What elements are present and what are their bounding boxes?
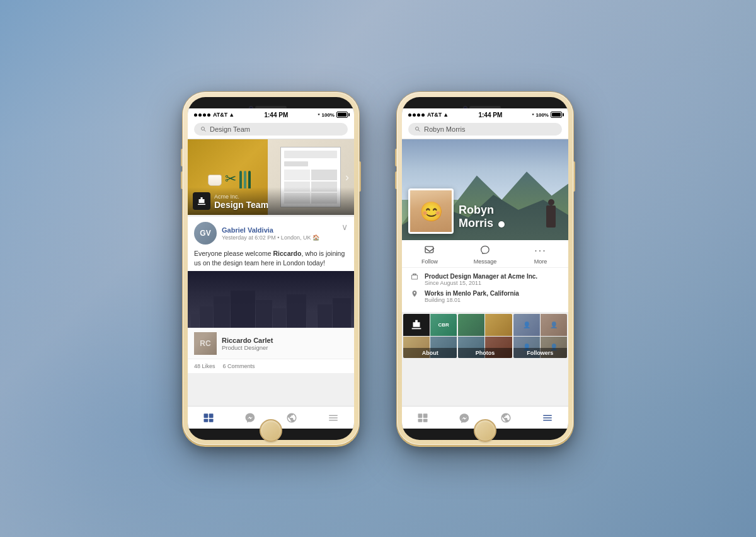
- location-text: Works in Menlo Park, California Building…: [425, 290, 519, 303]
- wifi-icon-right: ▲: [443, 112, 449, 118]
- group-chevron-right: ›: [345, 171, 349, 184]
- status-right-right: * 100%: [532, 112, 562, 118]
- group-subtitle: Acme Inc.: [214, 193, 268, 200]
- search-input-right[interactable]: Robyn Morris: [408, 123, 562, 136]
- home-button-left[interactable]: [260, 419, 282, 442]
- post-meta: Yesterday at 6:02 PM • London, UK 🏠: [222, 234, 319, 241]
- signal-dot-r2: [413, 113, 416, 117]
- search-bar-left[interactable]: Design Team: [188, 120, 354, 139]
- nav-messenger-left[interactable]: [244, 412, 256, 424]
- volume-down-button-right[interactable]: [395, 171, 397, 189]
- signal-dot-2: [198, 113, 202, 117]
- post-header: GV Gabriel Valdivia Yesterday at 6:02 PM…: [188, 217, 354, 248]
- post-username[interactable]: Gabriel Valdivia: [222, 226, 319, 234]
- job-since-text: Since August 15, 2011: [425, 280, 537, 286]
- coffee-decoration: [208, 175, 222, 186]
- more-icon: ···: [534, 245, 546, 257]
- pen-1: [239, 171, 242, 188]
- wifi-icon: ▲: [229, 112, 234, 118]
- person-name: Riccardo Carlet: [222, 337, 273, 344]
- nav-menu-right[interactable]: [541, 412, 554, 424]
- newsfeed-icon-left: [203, 412, 214, 424]
- profile-name-line2: Morris: [459, 217, 505, 231]
- volume-down-button[interactable]: [181, 171, 183, 189]
- search-text-right: Robyn Morris: [424, 125, 465, 133]
- nav-messenger-right[interactable]: [458, 412, 471, 424]
- signal-dot-3: [203, 113, 206, 117]
- likes-count[interactable]: 48 Likes: [194, 363, 215, 369]
- newsfeed-icon-right: [417, 412, 428, 424]
- follower-thumb-1: 👤: [513, 314, 540, 336]
- more-label: More: [534, 258, 547, 265]
- volume-up-button-right[interactable]: [395, 149, 397, 166]
- svg-point-6: [416, 127, 419, 130]
- profile-photo-container[interactable]: 😊: [408, 188, 454, 234]
- grid-cell-about[interactable]: CBR About: [403, 314, 457, 358]
- name-line1-text: Robyn: [459, 204, 494, 216]
- profile-photo: 😊: [410, 190, 452, 232]
- nav-globe-right[interactable]: [500, 412, 512, 424]
- tagged-person[interactable]: RC Riccardo Carlet Product Designer: [188, 328, 354, 359]
- more-button[interactable]: ··· More: [513, 245, 568, 265]
- battery-fill-left: [338, 113, 346, 117]
- grid-cell-followers[interactable]: 👤 👤 👤 👤 Followers: [513, 314, 567, 358]
- carrier-label-right: AT&T: [427, 112, 442, 118]
- nav-newsfeed-left[interactable]: [202, 412, 215, 424]
- pens-decoration: [239, 171, 251, 188]
- person-info: Riccardo Carlet Product Designer: [222, 337, 273, 351]
- status-right-left: * 100%: [318, 112, 348, 118]
- job-info-row: Product Design Manager at Acme Inc. Sinc…: [410, 273, 561, 286]
- search-text-left: Design Team: [210, 125, 250, 133]
- post-options-chevron[interactable]: ∨: [341, 222, 348, 232]
- signal-dot-1: [194, 113, 197, 117]
- svg-point-0: [202, 127, 205, 130]
- follow-label: Follow: [421, 258, 438, 265]
- photos-label: Photos: [458, 348, 512, 358]
- svg-rect-5: [209, 419, 214, 422]
- comments-count[interactable]: 6 Comments: [223, 363, 255, 369]
- status-left: AT&T ▲: [194, 112, 234, 118]
- job-text: Product Design Manager at Acme Inc. Sinc…: [425, 273, 537, 286]
- nav-menu-left[interactable]: [327, 412, 340, 424]
- post-author-row: GV Gabriel Valdivia Yesterday at 6:02 PM…: [194, 222, 319, 245]
- post-avatar: GV: [194, 222, 217, 245]
- search-input-left[interactable]: Design Team: [194, 123, 348, 136]
- home-button-right[interactable]: [474, 419, 496, 442]
- about-canberra: CBR: [430, 314, 457, 336]
- power-button[interactable]: [359, 161, 361, 192]
- profile-info: Product Design Manager at Acme Inc. Sinc…: [402, 268, 568, 313]
- sketch-element-2: [284, 161, 308, 166]
- svg-rect-3: [209, 413, 214, 418]
- scissors-decoration: ✂: [225, 171, 236, 187]
- follow-icon-svg: [424, 245, 435, 254]
- messenger-icon-right: [459, 412, 470, 424]
- left-screen: AT&T ▲ 1:44 PM * 100%: [188, 108, 354, 429]
- nav-globe-left[interactable]: [285, 412, 298, 424]
- avatar-initials: GV: [194, 222, 217, 245]
- job-icon: [410, 273, 420, 282]
- power-button-right[interactable]: [573, 161, 575, 192]
- message-label: Message: [474, 258, 497, 265]
- city-skyline: [188, 288, 354, 328]
- nav-newsfeed-right[interactable]: [416, 412, 429, 424]
- post-user-info: Gabriel Valdivia Yesterday at 6:02 PM • …: [222, 226, 319, 241]
- battery-fill-right: [552, 113, 561, 117]
- sketch-element-1: [284, 151, 337, 158]
- follow-button[interactable]: Follow: [402, 245, 457, 265]
- pen-2: [244, 171, 246, 188]
- svg-line-1: [204, 130, 206, 132]
- profile-grid: CBR About Photos: [402, 313, 568, 359]
- svg-line-7: [418, 130, 420, 132]
- battery-icon-left: [336, 112, 348, 118]
- group-title: Design Team: [214, 200, 268, 210]
- coffee-mug: [208, 175, 222, 186]
- grid-cell-photos[interactable]: Photos: [458, 314, 512, 358]
- message-button[interactable]: Message: [457, 245, 513, 265]
- about-thumb-2: CBR: [430, 314, 457, 336]
- search-icon-right: [415, 126, 421, 132]
- volume-up-button[interactable]: [181, 149, 183, 166]
- group-header[interactable]: ✂: [188, 139, 354, 215]
- group-logo: [193, 192, 210, 210]
- search-bar-right[interactable]: Robyn Morris: [402, 120, 568, 139]
- svg-rect-10: [423, 413, 428, 418]
